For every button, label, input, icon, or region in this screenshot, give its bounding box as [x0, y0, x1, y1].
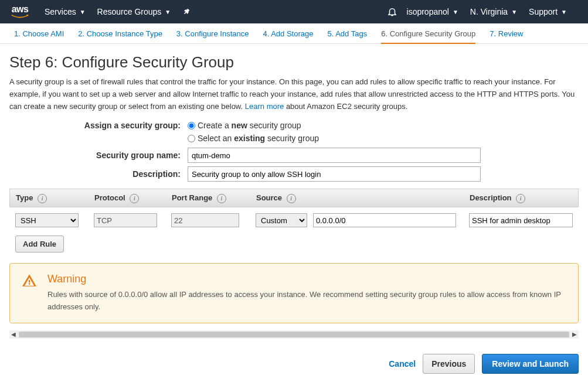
- assign-sg-label: Assign a security group:: [9, 121, 188, 130]
- caret-down-icon: ▼: [561, 9, 567, 15]
- wizard-tabs: 1. Choose AMI 2. Choose Instance Type 3.…: [0, 23, 588, 44]
- rule-protocol-input: [94, 213, 157, 227]
- caret-down-icon: ▼: [511, 9, 517, 15]
- warning-box: Warning Rules with source of 0.0.0.0/0 a…: [9, 263, 579, 323]
- sg-form: Assign a security group: Create a new se…: [9, 121, 579, 182]
- rule-type-select[interactable]: SSH: [15, 213, 79, 227]
- header-port: Port Range: [172, 193, 212, 202]
- radio-select-existing[interactable]: [188, 135, 195, 142]
- warning-text: Rules with source of 0.0.0.0/0 allow all…: [47, 289, 566, 313]
- desc-text-post: about Amazon EC2 security groups.: [284, 102, 407, 111]
- horizontal-scrollbar[interactable]: ◀ ▶: [9, 330, 579, 339]
- notifications-icon[interactable]: [387, 6, 397, 17]
- top-nav: aws Services ▼ Resource Groups ▼ isoprop…: [0, 0, 588, 23]
- tab-choose-instance-type[interactable]: 2. Choose Instance Type: [78, 29, 162, 43]
- sg-name-input[interactable]: [188, 148, 481, 163]
- sg-desc-label: Description:: [9, 169, 188, 179]
- radio-select-label: Select an existing security group: [198, 134, 319, 143]
- header-description: Description: [470, 193, 512, 202]
- info-icon[interactable]: i: [287, 194, 296, 203]
- warning-icon: [22, 273, 37, 313]
- nav-region[interactable]: N. Virginia ▼: [470, 7, 517, 16]
- page-title: Step 6: Configure Security Group: [9, 53, 579, 71]
- cancel-button[interactable]: Cancel: [389, 359, 416, 368]
- caret-down-icon: ▼: [453, 9, 458, 15]
- rule-port-input: [171, 213, 239, 227]
- aws-logo[interactable]: aws: [9, 5, 30, 19]
- tab-add-tags[interactable]: 5. Add Tags: [327, 29, 367, 43]
- sg-desc-input[interactable]: [188, 166, 481, 182]
- content: Step 6: Configure Security Group A secur…: [0, 44, 588, 348]
- footer-actions: Cancel Previous Review and Launch: [0, 348, 588, 383]
- rule-source-mode-select[interactable]: Custom: [256, 213, 307, 227]
- warning-title: Warning: [47, 273, 566, 285]
- nav-services[interactable]: Services ▼: [45, 7, 86, 16]
- header-protocol: Protocol: [94, 193, 125, 202]
- header-source: Source: [256, 193, 282, 202]
- nav-resource-groups[interactable]: Resource Groups ▼: [97, 7, 171, 16]
- previous-button[interactable]: Previous: [423, 354, 475, 374]
- scroll-right-icon[interactable]: ▶: [570, 330, 579, 339]
- nav-support-label: Support: [529, 7, 558, 16]
- sg-name-label: Security group name:: [9, 151, 188, 160]
- tab-configure-instance[interactable]: 3. Configure Instance: [176, 29, 249, 43]
- tab-review[interactable]: 7. Review: [490, 29, 523, 43]
- scroll-thumb[interactable]: [19, 332, 569, 337]
- info-icon[interactable]: i: [516, 194, 525, 203]
- caret-down-icon: ▼: [80, 9, 86, 15]
- page-description: A security group is a set of firewall ru…: [9, 76, 579, 112]
- nav-region-label: N. Virginia: [470, 7, 508, 16]
- radio-create-new[interactable]: [188, 122, 195, 129]
- nav-support[interactable]: Support ▼: [529, 7, 567, 16]
- nav-account-label: isopropanol: [407, 7, 449, 16]
- review-and-launch-button[interactable]: Review and Launch: [482, 354, 579, 374]
- add-rule-button[interactable]: Add Rule: [15, 236, 64, 252]
- info-icon[interactable]: i: [130, 194, 139, 203]
- pin-icon[interactable]: [182, 8, 191, 16]
- tab-add-storage[interactable]: 4. Add Storage: [263, 29, 313, 43]
- info-icon[interactable]: i: [38, 194, 47, 203]
- learn-more-link[interactable]: Learn more: [245, 102, 284, 111]
- info-icon[interactable]: i: [217, 194, 226, 203]
- rule-description-input[interactable]: [469, 213, 573, 227]
- rules-table: Type i Protocol i Port Range i Source i …: [9, 189, 579, 233]
- nav-resource-groups-label: Resource Groups: [97, 7, 162, 16]
- rules-header: Type i Protocol i Port Range i Source i …: [9, 189, 579, 207]
- rule-row: SSH Custom: [9, 207, 579, 233]
- tab-configure-security-group[interactable]: 6. Configure Security Group: [381, 29, 475, 44]
- radio-create-label: Create a new security group: [198, 121, 301, 130]
- scroll-left-icon[interactable]: ◀: [9, 330, 18, 339]
- tab-choose-ami[interactable]: 1. Choose AMI: [14, 29, 64, 43]
- rule-source-cidr-input[interactable]: [313, 213, 456, 227]
- header-type: Type: [16, 193, 33, 202]
- caret-down-icon: ▼: [165, 9, 171, 15]
- nav-account[interactable]: isopropanol ▼: [407, 7, 458, 16]
- nav-services-label: Services: [45, 7, 76, 16]
